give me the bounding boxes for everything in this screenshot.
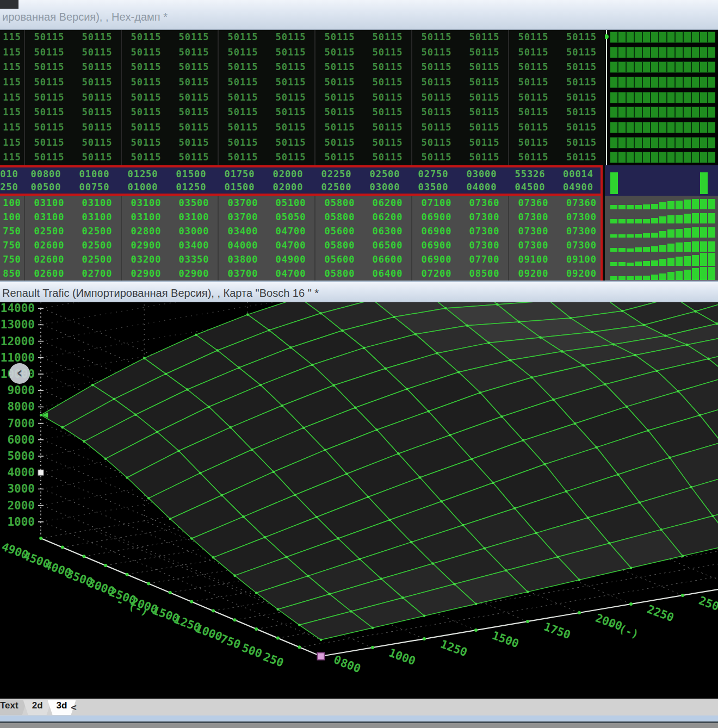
hex-cell[interactable]: 02500 — [73, 238, 122, 252]
hex-cell[interactable]: 50115 — [509, 120, 558, 135]
hex-cell[interactable]: 50115 — [315, 135, 364, 151]
hex-cell[interactable]: 50115 — [267, 105, 315, 120]
origin-marker[interactable] — [318, 653, 325, 660]
hex-cell[interactable]: 01000 — [70, 167, 119, 181]
hex-cell[interactable]: 115 — [0, 135, 25, 151]
hex-cell[interactable]: 50115 — [315, 105, 364, 120]
hex-cell[interactable]: 06900 — [412, 238, 461, 252]
hex-cell[interactable]: 04700 — [267, 266, 315, 281]
hex-cell[interactable]: 50115 — [412, 120, 461, 135]
hex-cell[interactable]: 50115 — [170, 45, 219, 60]
hex-cell[interactable]: 50115 — [558, 120, 605, 135]
hex-cell[interactable]: 50115 — [412, 45, 461, 60]
hex-cell[interactable]: 50115 — [364, 135, 412, 151]
hex-cell[interactable]: 07300 — [461, 210, 509, 224]
map-values-block[interactable]: 1000310003100031000350003700051000580006… — [0, 196, 603, 281]
hexdump-titlebar[interactable]: ированная Версия), , Hex-дамп * — [0, 0, 718, 30]
hex-cell[interactable]: 50115 — [267, 120, 315, 135]
hex-cell[interactable]: 50115 — [558, 45, 605, 60]
hex-cell[interactable]: 05800 — [315, 196, 364, 210]
hex-cell[interactable]: 04000 — [219, 238, 267, 252]
hex-cell[interactable]: 06900 — [412, 252, 461, 266]
hex-cell[interactable]: 50115 — [25, 45, 73, 60]
y-axis-marker[interactable] — [38, 470, 44, 475]
hex-cell[interactable]: 50115 — [122, 120, 170, 135]
hex-cell[interactable]: 50115 — [364, 75, 412, 90]
hex-cell[interactable]: 50115 — [267, 135, 315, 151]
hex-cell[interactable]: 02900 — [122, 238, 170, 252]
hex-cell[interactable]: 03400 — [219, 224, 267, 238]
hex-cell[interactable]: 50115 — [170, 60, 219, 75]
hex-cell[interactable]: 50115 — [25, 60, 73, 75]
hex-cell[interactable]: 750 — [0, 252, 25, 266]
hex-cell[interactable]: 50115 — [122, 30, 170, 45]
hex-cell[interactable]: 04900 — [267, 252, 315, 266]
hex-cell[interactable]: 04500 — [506, 181, 554, 194]
hex-cell[interactable]: 750 — [0, 224, 25, 238]
map-titlebar[interactable]: Renault Trafic (Импортированная Версия),… — [0, 281, 718, 302]
hex-cell[interactable]: 50115 — [558, 135, 605, 151]
hex-cell[interactable]: 07700 — [461, 252, 509, 266]
hex-cell[interactable]: 115 — [0, 75, 25, 90]
hex-cell[interactable]: 50115 — [219, 150, 267, 165]
hex-cell[interactable]: 50115 — [315, 30, 364, 45]
hex-cell[interactable]: 00800 — [22, 167, 70, 181]
hex-cell[interactable]: 50115 — [461, 90, 509, 105]
hex-cell[interactable]: 03100 — [73, 196, 122, 210]
hex-cell[interactable]: 02750 — [409, 167, 457, 181]
hex-cell[interactable]: 04700 — [267, 238, 315, 252]
hex-cell[interactable]: 03100 — [73, 210, 122, 224]
hex-cell[interactable]: 03800 — [219, 252, 267, 266]
hex-cell[interactable]: 115 — [0, 90, 25, 105]
hex-cell[interactable]: 50115 — [267, 90, 315, 105]
hex-cell[interactable]: 03100 — [170, 210, 219, 224]
hex-cell[interactable]: 03700 — [219, 266, 267, 281]
hex-cell[interactable]: 06300 — [364, 224, 412, 238]
hex-cell[interactable]: 07360 — [509, 196, 558, 210]
hex-cell[interactable]: 50115 — [509, 75, 558, 90]
hex-cell[interactable]: 100 — [0, 210, 25, 224]
hex-cell[interactable]: 07300 — [558, 238, 603, 252]
hex-cell[interactable]: 50115 — [73, 45, 122, 60]
hex-cell[interactable]: 115 — [0, 150, 25, 165]
hex-cell[interactable]: 50115 — [364, 60, 412, 75]
surface-plot-svg[interactable]: 1000200030004000500060007000800090001000… — [0, 302, 718, 699]
hex-cell[interactable]: 08500 — [461, 266, 509, 281]
hex-cell[interactable]: 50115 — [170, 120, 219, 135]
hex-cell[interactable]: 50115 — [509, 150, 558, 165]
hex-cell[interactable]: 07300 — [509, 224, 558, 238]
hex-cell[interactable]: 50115 — [461, 150, 509, 165]
hex-cell[interactable]: 50115 — [315, 120, 364, 135]
hex-cell[interactable]: 50115 — [509, 90, 558, 105]
hex-cell[interactable]: 01500 — [215, 181, 264, 194]
hex-cell[interactable]: 50115 — [170, 150, 219, 165]
hex-cell[interactable]: 05800 — [315, 266, 364, 281]
hex-cell[interactable]: 50115 — [73, 150, 122, 165]
hex-cell[interactable]: 50115 — [73, 90, 122, 105]
hex-cell[interactable]: 04000 — [457, 181, 506, 194]
hex-cell[interactable]: 50115 — [461, 120, 509, 135]
hex-cell[interactable]: 50115 — [461, 75, 509, 90]
hex-cell[interactable]: 50115 — [315, 75, 364, 90]
hex-cell[interactable]: 06900 — [412, 210, 461, 224]
hex-cell[interactable]: 05050 — [267, 210, 315, 224]
hex-cell[interactable]: 50115 — [25, 90, 73, 105]
hex-cell[interactable]: 04700 — [267, 224, 315, 238]
hex-cell[interactable]: 50115 — [122, 90, 170, 105]
hex-cell[interactable]: 02600 — [25, 238, 73, 252]
hex-cell[interactable]: 50115 — [25, 135, 73, 151]
hex-cell[interactable]: 50115 — [170, 135, 219, 151]
hex-cell[interactable]: 50115 — [73, 120, 122, 135]
hex-cell[interactable]: 50115 — [315, 150, 364, 165]
hex-cell[interactable]: 05800 — [315, 210, 364, 224]
hex-cell[interactable]: 50115 — [219, 30, 267, 45]
hex-cell[interactable]: 01500 — [167, 167, 215, 181]
hex-cell[interactable]: 50115 — [412, 105, 461, 120]
hex-cell[interactable]: 07300 — [509, 238, 558, 252]
hex-cell[interactable]: 03700 — [219, 196, 267, 210]
hex-cell[interactable]: 50115 — [267, 75, 315, 90]
hex-cell[interactable]: 01250 — [167, 181, 215, 194]
hex-cell[interactable]: 01000 — [119, 181, 167, 194]
hex-cell[interactable]: 02600 — [25, 266, 73, 281]
hex-cell[interactable]: 50115 — [364, 90, 412, 105]
